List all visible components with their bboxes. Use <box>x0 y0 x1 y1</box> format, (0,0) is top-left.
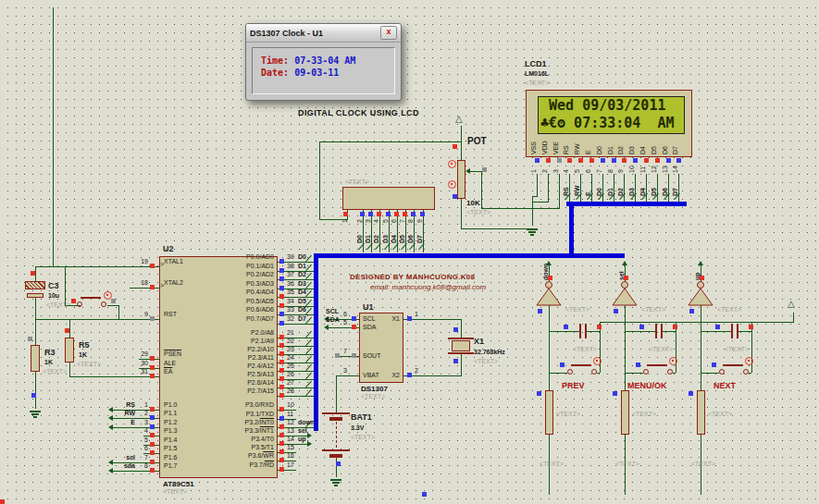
pot-text-placeholder: <TEXT> <box>466 209 490 216</box>
button-actuator[interactable] <box>745 357 753 365</box>
pin-number: 14 <box>672 166 679 173</box>
capacitor-plate[interactable] <box>661 324 663 338</box>
logic-state-marker <box>279 277 284 281</box>
logic-state-marker <box>279 321 284 326</box>
cap-value: 10u <box>48 292 59 300</box>
gate-text-placeholder: <TEXT> <box>565 306 589 313</box>
net-label: down <box>298 419 315 426</box>
capacitor-plate[interactable] <box>655 324 657 338</box>
resistor-r5-body[interactable] <box>65 338 74 363</box>
pot-adjust-down-handle[interactable] <box>448 180 456 189</box>
logic-state-marker <box>279 303 284 308</box>
pulldown-resistor-body[interactable] <box>697 390 705 435</box>
capacitor-plate[interactable] <box>737 324 738 338</box>
pot-body[interactable] <box>457 160 465 199</box>
respack-body[interactable] <box>342 187 435 210</box>
wire <box>462 228 533 229</box>
button-bar[interactable] <box>571 364 591 366</box>
pin-number: 6 <box>343 311 347 318</box>
button-terminal[interactable] <box>101 301 106 307</box>
logic-state-marker <box>612 158 616 163</box>
pin-number: 5 <box>382 219 390 223</box>
wire <box>600 322 793 323</box>
pin-name: RS <box>563 145 570 154</box>
battery-plate[interactable] <box>329 417 342 421</box>
pin-number: 16 <box>287 452 294 460</box>
wire <box>118 305 119 320</box>
logic-state-marker <box>407 316 412 321</box>
pin-number: 4 <box>137 427 148 435</box>
battery-plate[interactable] <box>329 454 342 458</box>
capacitor-plate[interactable] <box>731 324 733 338</box>
pin-number: 7 <box>596 169 603 173</box>
pin-name: RST <box>164 311 177 318</box>
logic-state-marker <box>31 271 35 276</box>
pin-name: D4 <box>639 146 647 154</box>
ground-icon <box>31 413 39 415</box>
button-terminal[interactable] <box>77 301 82 307</box>
pin-name: P0.6/AD6 <box>189 306 274 313</box>
pin-name: P0.1/AD1 <box>189 263 274 270</box>
logic-state-marker <box>676 158 681 163</box>
wire <box>35 319 159 320</box>
close-icon[interactable]: x <box>380 26 397 40</box>
pulldown-resistor-body[interactable] <box>621 390 629 435</box>
button-actuator[interactable] <box>669 357 677 365</box>
logic-state-marker <box>150 407 155 412</box>
clock-popup-window[interactable]: DS1307 Clock - U1 x Time: 07-33-04 AM Da… <box>245 23 402 101</box>
pin-name: P2.7/A15 <box>189 387 274 395</box>
pin-number: 3 <box>343 367 347 375</box>
button-terminal[interactable] <box>643 369 649 375</box>
wire <box>549 373 567 374</box>
net-label: E <box>109 419 135 426</box>
logic-state-marker <box>279 376 284 381</box>
pulldown-resistor-body[interactable] <box>545 390 553 435</box>
pin-number: 4 <box>563 169 570 173</box>
button-terminal[interactable] <box>719 369 725 375</box>
wire <box>65 266 66 306</box>
logic-state-marker <box>279 368 284 373</box>
logic-state-marker <box>279 458 284 462</box>
pin-name: P3.6/WR <box>189 452 274 460</box>
logic-state-marker <box>150 374 155 378</box>
cap-plate-top[interactable] <box>25 281 45 289</box>
cap-ref: C3 <box>48 281 59 290</box>
button-bar[interactable] <box>81 297 101 299</box>
button-bar[interactable] <box>723 364 743 366</box>
battery-plate[interactable] <box>322 449 350 451</box>
capacitor-plate[interactable] <box>579 324 581 338</box>
popup-titlebar[interactable]: DS1307 Clock - U1 x <box>246 24 401 43</box>
logic-state-marker <box>0 499 5 504</box>
resistor-r3-body[interactable] <box>31 345 40 372</box>
pot-adjust-up-handle[interactable] <box>448 160 456 168</box>
pin-name: D7 <box>672 146 679 154</box>
lcd-line2: ♣€ʘ 07:33:04 AM <box>540 115 675 131</box>
logic-state-marker <box>578 158 583 163</box>
pin-name: D5 <box>651 146 658 154</box>
net-label: RS <box>109 401 135 409</box>
button-actuator[interactable] <box>593 357 602 365</box>
button-terminal[interactable] <box>591 369 597 375</box>
pin-name: P1.7 <box>164 462 177 470</box>
ground-icon <box>332 482 340 484</box>
logic-state-marker <box>31 393 36 398</box>
pin-number: 6 <box>391 219 398 223</box>
button-bar[interactable] <box>647 364 667 366</box>
pin-number: 13 <box>662 166 669 173</box>
logic-state-marker <box>700 276 704 280</box>
logic-state-marker <box>601 158 605 163</box>
lcd-part: LM016L <box>525 70 549 78</box>
pin-number: 36 <box>287 280 294 288</box>
net-label: RW <box>109 410 135 417</box>
net-label: D2 <box>298 271 306 278</box>
button-terminal[interactable] <box>667 369 673 375</box>
button-terminal[interactable] <box>567 369 573 375</box>
battery-plate[interactable] <box>322 412 350 414</box>
logic-state-marker <box>150 442 155 447</box>
logic-state-marker <box>633 158 638 163</box>
button-terminal[interactable] <box>743 369 749 375</box>
capacitor-plate[interactable] <box>585 324 587 338</box>
logic-state-marker <box>655 158 660 163</box>
crystal-body[interactable] <box>452 340 470 351</box>
logic-state-marker <box>394 212 399 216</box>
